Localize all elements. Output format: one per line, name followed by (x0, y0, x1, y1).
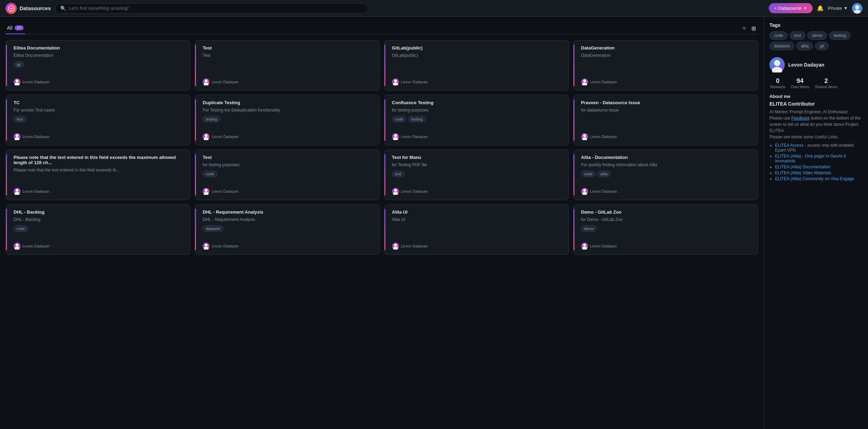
card-accent (384, 45, 385, 86)
grid-view-button[interactable]: ⊞ (749, 24, 758, 33)
useful-link[interactable]: ELITEA (Alita) - One pager in GenAI-X In… (775, 154, 846, 163)
tag-filter[interactable]: test (790, 31, 805, 40)
main-layout: All 17 ≡ ⊞ Elitea DocumentationElitea Do… (0, 17, 868, 429)
card-tag[interactable]: demo (581, 225, 597, 232)
feedback-link[interactable]: Feedback (791, 116, 810, 121)
tag-filter[interactable]: git (815, 42, 829, 50)
author-name: Levon Dadayan (401, 244, 428, 248)
card-description: for testing purposes (200, 162, 374, 168)
profile-header: Levon Dadayan (769, 57, 862, 72)
card-description: Test (200, 53, 374, 59)
card-tag[interactable]: code (203, 171, 217, 177)
datasource-card[interactable]: Alita UIAlita UILevon Dadayan (384, 204, 569, 255)
useful-link[interactable]: ELITEA (Alita) Video Materials (775, 170, 831, 175)
card-tag[interactable]: code (581, 171, 596, 177)
datasource-card[interactable]: DHL - Requirement AnalysisDHL - Requirem… (195, 204, 380, 255)
card-description: for testing purposes (389, 107, 564, 113)
user-avatar[interactable] (852, 3, 862, 14)
author-avatar (581, 133, 588, 140)
shared-items-count: 2 (815, 77, 837, 85)
search-input[interactable] (69, 6, 363, 11)
card-title: Alita UI (389, 209, 564, 215)
svg-point-5 (205, 79, 208, 82)
datasource-card[interactable]: Please note that the text entered in thi… (6, 150, 190, 200)
card-tags: test (11, 116, 185, 122)
card-title: Test for Manu (389, 155, 564, 160)
svg-point-23 (394, 189, 397, 192)
svg-point-18 (582, 137, 587, 140)
author-avatar (392, 188, 399, 195)
add-datasource-button[interactable]: + Datasource ▼ (769, 3, 813, 13)
card-tag[interactable]: code (14, 225, 28, 232)
card-description: For Testing the Deduplication functional… (200, 107, 374, 113)
tag-filter[interactable]: testing (829, 31, 850, 40)
svg-point-26 (582, 192, 587, 195)
author-avatar (14, 133, 21, 140)
datasource-card[interactable]: Duplicate TestingFor Testing the Dedupli… (195, 95, 380, 145)
profile-name: Levon Dadayan (788, 62, 824, 68)
card-tag[interactable]: alita (597, 171, 611, 177)
card-footer: Levon Dadayan (389, 133, 564, 140)
svg-point-31 (394, 244, 397, 246)
card-accent (573, 154, 574, 196)
header-right: + Datasource ▼ 🔔 Private ▼ (769, 3, 862, 14)
author-name: Levon Dadayan (23, 244, 49, 248)
datasource-card[interactable]: Praveen - Datasource Issuefor datasource… (573, 95, 758, 145)
author-name: Levon Dadayan (212, 189, 238, 193)
card-tag[interactable]: test (392, 171, 405, 177)
datasource-card[interactable]: DataGenerationDataGenerationLevon Dadaya… (573, 40, 758, 91)
svg-point-15 (394, 134, 397, 137)
card-tags: datasets (200, 225, 374, 232)
card-tag[interactable]: datasets (203, 225, 224, 232)
card-tag[interactable]: testing (408, 116, 425, 122)
card-title: Confluence Testing (389, 100, 564, 105)
search-bar[interactable]: 🔍 (55, 3, 368, 14)
useful-link-item: ELITEA (Alita) - One pager in GenAI-X In… (775, 154, 862, 163)
privacy-label: Private (828, 6, 842, 11)
notification-bell-icon[interactable]: 🔔 (817, 5, 824, 12)
stat-own-items: 94 Own Items (791, 77, 809, 89)
tag-filter[interactable]: code (769, 31, 788, 40)
profile-section: Levon Dadayan 0 Rewards 94 Own Items 2 S… (769, 57, 862, 181)
shared-items-label: Shared Items (815, 85, 837, 89)
card-tag[interactable]: code (392, 116, 407, 122)
tab-all[interactable]: All 17 (6, 22, 25, 34)
author-name: Levon Dadayan (23, 80, 49, 84)
cards-grid: Elitea DocumentationElitea Documentation… (6, 40, 758, 255)
datasource-card[interactable]: Elitea DocumentationElitea Documentation… (6, 40, 190, 91)
useful-link[interactable]: ELITEA (Alita) Documentation (775, 164, 830, 169)
datasource-card[interactable]: GitLab(public)GitLab(public)Levon Dadaya… (384, 40, 569, 91)
card-tag[interactable]: test (14, 116, 26, 122)
tag-filter[interactable]: datasets (769, 42, 794, 50)
datasource-card[interactable]: DHL - BacklogDHL - BacklogcodeLevon Dada… (6, 204, 190, 255)
datasource-card[interactable]: TCFor access Test casestestLevon Dadayan (6, 95, 190, 145)
tag-filter[interactable]: demo (807, 31, 827, 40)
privacy-button[interactable]: Private ▼ (828, 6, 848, 11)
svg-point-36 (772, 67, 782, 72)
svg-point-35 (774, 60, 780, 66)
card-tags: demo (578, 225, 753, 232)
datasource-card[interactable]: Confluence Testingfor testing purposesco… (384, 95, 569, 145)
tag-filter[interactable]: alita (796, 42, 813, 50)
datasource-card[interactable]: Alita - DocumentationFor quickly finding… (573, 150, 758, 200)
author-avatar (14, 78, 21, 85)
author-name: Levon Dadayan (590, 189, 617, 193)
datasource-card[interactable]: Testfor testing purposescodeLevon Dadaya… (195, 150, 380, 200)
useful-link[interactable]: ELITEA Access (775, 143, 804, 148)
svg-point-2 (854, 10, 861, 14)
useful-links: ELITEA Access - access only with enabled… (769, 143, 862, 181)
datasource-card[interactable]: Test for Manufor Testing PDF filetestLev… (384, 150, 569, 200)
card-tag[interactable]: testing (203, 116, 220, 122)
card-title: DataGeneration (578, 45, 753, 51)
datasource-card[interactable]: Demo - GitLab Zoofor Demo - GitLab Zoode… (573, 204, 758, 255)
card-tag[interactable]: git (14, 61, 24, 68)
card-footer: Levon Dadayan (200, 243, 374, 250)
card-title: Test (200, 45, 374, 51)
card-footer: Levon Dadayan (578, 243, 753, 250)
list-view-button[interactable]: ≡ (741, 24, 748, 33)
card-accent (6, 209, 7, 250)
svg-point-4 (15, 83, 19, 85)
datasource-card[interactable]: TestTestLevon Dadayan (195, 40, 380, 91)
content-area: All 17 ≡ ⊞ Elitea DocumentationElitea Do… (0, 17, 764, 429)
useful-link[interactable]: ELITEA (Alita) Community on Viva Engage (775, 176, 854, 181)
